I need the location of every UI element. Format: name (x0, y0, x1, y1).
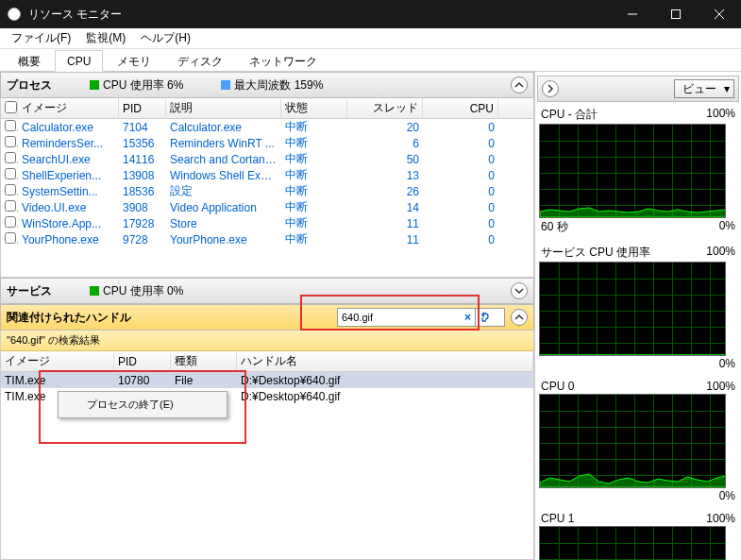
graph-g3: CPU 0100% 0% (539, 379, 737, 503)
handle-row[interactable]: TIM.exe10780FileD:¥Desktop¥640.gif (1, 372, 533, 388)
row-checkbox[interactable] (5, 120, 16, 131)
cpu-usage-stat: CPU 使用率 6% (103, 77, 183, 93)
view-dropdown[interactable]: ビュー▾ (674, 79, 734, 98)
tab-network[interactable]: ネットワーク (237, 49, 329, 71)
row-checkbox[interactable] (5, 232, 16, 244)
max-freq-stat: 最大周波数 159% (234, 77, 323, 93)
tab-overview[interactable]: 概要 (6, 49, 53, 71)
row-checkbox[interactable] (5, 168, 16, 179)
processes-title: プロセス (7, 77, 52, 93)
collapse-processes-button[interactable] (511, 76, 528, 93)
tab-cpu[interactable]: CPU (55, 50, 103, 72)
svg-rect-1 (672, 10, 681, 19)
services-cpu-stat: CPU 使用率 0% (103, 283, 183, 299)
handles-header[interactable]: 関連付けられたハンドル × (0, 304, 534, 331)
process-row[interactable]: YourPhone.exe9728 YourPhone.exe中断 110 (1, 231, 533, 247)
search-results-label: "640.gif" の検索結果 (1, 331, 533, 351)
col-image[interactable]: イメージ (18, 98, 119, 118)
col-threads[interactable]: スレッド (347, 98, 423, 118)
handle-search-box: × (337, 308, 505, 327)
process-row[interactable]: Calculator.exe7104 Calculator.exe中断 200 (1, 119, 533, 135)
tab-disk[interactable]: ディスク (165, 49, 235, 71)
minimize-button[interactable] (611, 0, 654, 28)
hcol-name[interactable]: ハンドル名 (237, 351, 533, 371)
select-all-checkbox[interactable] (5, 101, 17, 113)
collapse-handles-button[interactable] (511, 309, 528, 326)
graph-g2: サービス CPU 使用率100% 0% (539, 244, 737, 371)
app-icon (8, 8, 21, 21)
expand-graphs-button[interactable] (542, 80, 559, 97)
process-row[interactable]: SystemSettin...18536 設定中断 260 (1, 183, 533, 199)
hcol-image[interactable]: イメージ (1, 351, 114, 371)
tab-bar: 概要 CPU メモリ ディスク ネットワーク (0, 49, 741, 72)
window-title: リソース モニター (28, 7, 611, 23)
services-header[interactable]: サービス CPU 使用率 0% (0, 278, 534, 304)
graphs-toolbar: ビュー▾ (537, 76, 739, 102)
col-pid[interactable]: PID (119, 100, 166, 117)
row-checkbox[interactable] (5, 136, 16, 147)
row-checkbox[interactable] (5, 216, 16, 228)
process-row[interactable]: Video.UI.exe3908 Video Application中断 140 (1, 199, 533, 215)
services-title: サービス (7, 283, 52, 299)
process-table: イメージ PID 説明 状態 スレッド CPU Calculator.exe71… (0, 98, 534, 278)
handles-title: 関連付けられたハンドル (7, 310, 131, 326)
col-cpu[interactable]: CPU (423, 100, 498, 117)
process-row[interactable]: ShellExperien...13908 Windows Shell Expe… (1, 167, 533, 183)
processes-header[interactable]: プロセス CPU 使用率 6% 最大周波数 159% (0, 72, 534, 98)
hcol-type[interactable]: 種類 (171, 351, 237, 371)
row-checkbox[interactable] (5, 184, 16, 195)
handle-search-input[interactable] (338, 312, 461, 323)
row-checkbox[interactable] (5, 200, 16, 212)
clear-search-button[interactable]: × (461, 311, 475, 324)
process-row[interactable]: SearchUI.exe14116 Search and Cortana ...… (1, 151, 533, 167)
menu-file[interactable]: ファイル(F) (4, 28, 78, 48)
graphs-panel: ビュー▾ CPU - 合計100% 60 秒0%サービス CPU 使用率100%… (535, 72, 741, 560)
menu-help[interactable]: ヘルプ(H) (133, 28, 198, 48)
graph-g4: CPU 1100% (539, 511, 737, 560)
collapse-services-button[interactable] (511, 282, 528, 299)
context-menu: プロセスの終了(E) (58, 391, 227, 418)
search-button[interactable] (475, 309, 497, 326)
hcol-pid[interactable]: PID (114, 353, 171, 370)
process-row[interactable]: RemindersSer...15356 Reminders WinRT ...… (1, 135, 533, 151)
maximize-button[interactable] (654, 0, 698, 28)
graph-g1: CPU - 合計100% 60 秒0% (539, 106, 737, 236)
tab-memory[interactable]: メモリ (105, 49, 163, 71)
col-status[interactable]: 状態 (281, 98, 347, 118)
process-row[interactable]: WinStore.App...17928 Store中断 110 (1, 215, 533, 231)
close-button[interactable] (698, 0, 741, 28)
col-desc[interactable]: 説明 (166, 98, 281, 118)
menubar: ファイル(F) 監視(M) ヘルプ(H) (0, 28, 741, 49)
titlebar: リソース モニター (0, 0, 741, 28)
handles-panel: "640.gif" の検索結果 イメージ PID 種類 ハンドル名 TIM.ex… (0, 331, 534, 560)
end-process-menu-item[interactable]: プロセスの終了(E) (60, 394, 225, 416)
row-checkbox[interactable] (5, 152, 16, 163)
menu-monitor[interactable]: 監視(M) (78, 28, 133, 48)
